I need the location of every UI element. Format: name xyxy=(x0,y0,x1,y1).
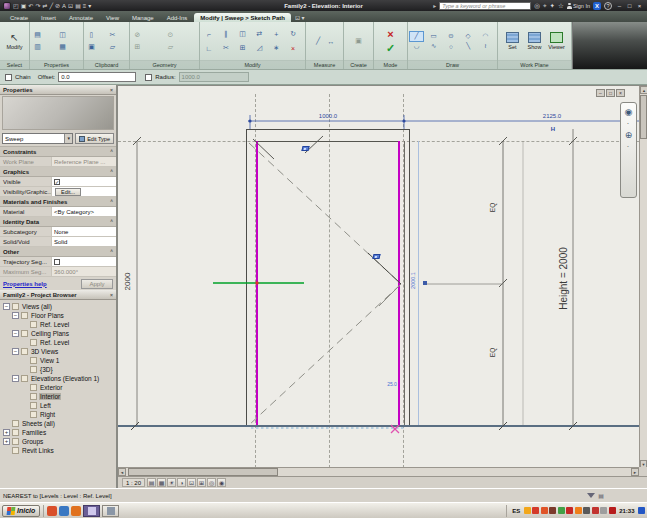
draw-circle-icon[interactable]: ⊙ xyxy=(444,32,457,41)
tree-item-interior[interactable]: Interior xyxy=(0,392,116,401)
draw-fillet-arc-icon[interactable]: ◡ xyxy=(410,42,423,51)
tree-item-families[interactable]: +Families xyxy=(0,428,116,437)
cut-icon[interactable]: ✂ xyxy=(107,30,118,41)
redo-icon[interactable]: ↷ xyxy=(35,2,40,10)
tree-item-floor-plans[interactable]: −Floor Plans xyxy=(0,311,116,320)
tab-modify-sweep-sketch-path[interactable]: Modify | Sweep > Sketch Path xyxy=(194,13,291,22)
tree-item-groups[interactable]: +Groups xyxy=(0,437,116,446)
draw-spline-icon[interactable]: ∿ xyxy=(427,42,440,51)
expand-icon[interactable]: + xyxy=(3,429,10,436)
edit-type-button[interactable]: Edit Type xyxy=(75,133,114,144)
property-value[interactable]: Edit... xyxy=(52,187,116,196)
project-browser-header[interactable]: Family2 - Project Browser × xyxy=(0,290,116,300)
height-parameter-label[interactable]: Height = 2000 xyxy=(560,239,567,319)
temporary-dimension-value[interactable]: 2000.1 xyxy=(410,267,417,295)
clock[interactable]: 21:33 xyxy=(617,508,636,514)
media-player-icon[interactable] xyxy=(71,506,81,516)
checkbox[interactable]: ✓ xyxy=(54,179,60,185)
tab-insert[interactable]: Insert xyxy=(35,13,62,22)
draw-pick-edge-icon[interactable]: ≀ xyxy=(479,42,492,51)
tree-item-ref-level[interactable]: Ref. Level xyxy=(0,338,116,347)
favorites-icon[interactable]: ✦ xyxy=(550,2,555,10)
filter-icon[interactable] xyxy=(587,493,595,498)
thin-lines-icon[interactable]: ≡ xyxy=(83,2,87,10)
minimize-button[interactable]: – xyxy=(615,2,624,10)
property-section[interactable]: Identity Data^ xyxy=(0,217,116,227)
show-desktop-icon[interactable] xyxy=(59,506,69,516)
language-indicator[interactable]: ES xyxy=(510,508,522,514)
star-icon[interactable]: ☆ xyxy=(558,2,564,10)
horizontal-scroll-thumb[interactable] xyxy=(128,468,278,476)
tree-item-right[interactable]: Right xyxy=(0,410,116,419)
tree-item-3d-views[interactable]: −3D Views xyxy=(0,347,116,356)
apply-button[interactable]: Apply xyxy=(81,279,113,289)
dimension-door-width[interactable]: 1000.0 xyxy=(306,113,350,120)
sun-path-icon[interactable]: ☀ xyxy=(167,478,176,487)
scroll-up-icon[interactable]: ▲ xyxy=(640,86,647,94)
tree-item-left[interactable]: Left xyxy=(0,401,116,410)
offset-dimension-value[interactable]: 25.0 xyxy=(382,381,402,388)
radius-checkbox[interactable] xyxy=(145,74,152,81)
horizontal-scrollbar[interactable]: ◄ ► xyxy=(118,467,639,476)
sketch-constraint-icon[interactable] xyxy=(372,254,380,259)
tray-icon[interactable] xyxy=(549,507,556,514)
save-icon[interactable]: ▣ xyxy=(21,2,27,10)
properties-help-link[interactable]: Properties help xyxy=(3,281,47,287)
vertical-scrollbar[interactable]: ▲ ▼ xyxy=(639,86,647,468)
steering-wheel-icon[interactable]: ◉ xyxy=(625,107,633,117)
draw-arc-icon[interactable]: ◠ xyxy=(479,32,492,41)
tree-item-revit-links[interactable]: Revit Links xyxy=(0,446,116,455)
tab-view[interactable]: View xyxy=(100,13,125,22)
mirror-draw-icon[interactable]: ⇄ xyxy=(253,27,267,41)
editable-only-icon[interactable]: ▤ xyxy=(598,492,604,499)
property-value[interactable]: None xyxy=(52,227,116,236)
mirror-axis-icon[interactable]: ◫ xyxy=(236,27,250,41)
communication-center-icon[interactable]: ⌖ xyxy=(543,2,547,10)
tray-icon[interactable] xyxy=(541,507,548,514)
collapse-icon[interactable]: − xyxy=(12,375,19,382)
reveal-hidden-icon[interactable]: ◉ xyxy=(217,478,226,487)
undo-icon[interactable]: ↶ xyxy=(28,2,33,10)
shadows-icon[interactable]: ◑ xyxy=(177,478,186,487)
scale-button[interactable]: 1 : 20 xyxy=(122,478,145,487)
dimension-height-left[interactable]: 2000 xyxy=(124,267,131,297)
array-icon[interactable]: ⊞ xyxy=(236,41,250,55)
crop-region-icon[interactable]: ⊞ xyxy=(197,478,206,487)
tray-icon[interactable] xyxy=(575,507,582,514)
panel-display-toggle-icon[interactable]: ⊡ ▾ xyxy=(295,14,305,22)
family-category-icon[interactable]: ▦ xyxy=(57,42,68,53)
exchange-apps-icon[interactable]: X xyxy=(593,2,601,10)
match-properties-icon[interactable]: ▱ xyxy=(107,42,118,53)
section-icon[interactable]: ▤ xyxy=(75,2,81,10)
expand-icon[interactable]: + xyxy=(3,438,10,445)
search-icon[interactable]: ◎ xyxy=(534,2,540,10)
eq-label-bottom[interactable]: EQ xyxy=(489,343,496,363)
tray-icon[interactable] xyxy=(558,507,565,514)
align-icon[interactable]: ⌐ xyxy=(202,27,216,41)
collapse-icon[interactable]: − xyxy=(3,303,10,310)
demolish-icon[interactable]: ▱ xyxy=(165,42,176,53)
close-icon[interactable]: × xyxy=(110,292,113,298)
scroll-left-icon[interactable]: ◄ xyxy=(118,468,126,476)
scale-icon[interactable]: ◿ xyxy=(253,41,267,55)
type-properties-icon[interactable]: ▥ xyxy=(32,42,43,53)
tray-icon[interactable] xyxy=(609,507,616,514)
eq-label-top[interactable]: EQ xyxy=(489,198,496,218)
tree-item-ref-level[interactable]: Ref. Level xyxy=(0,320,116,329)
tray-icon[interactable] xyxy=(583,507,590,514)
property-section[interactable]: Graphics^ xyxy=(0,167,116,177)
join-geometry-icon[interactable]: ⊙ xyxy=(165,30,176,41)
draw-ellipse-icon[interactable]: ○ xyxy=(444,42,457,51)
tray-icon[interactable] xyxy=(524,507,531,514)
property-value[interactable] xyxy=(52,257,116,266)
draw-pick-line-icon[interactable]: ╲ xyxy=(462,42,475,51)
property-section[interactable]: Materials and Finishes^ xyxy=(0,197,116,207)
vertical-scroll-thumb[interactable] xyxy=(640,95,647,139)
browser-icon[interactable] xyxy=(47,506,57,516)
view-close-button[interactable]: × xyxy=(616,89,625,97)
flip-dimension-icon[interactable]: H xyxy=(547,126,559,133)
tree-item-view-1[interactable]: View 1 xyxy=(0,356,116,365)
set-work-plane-button[interactable]: Set xyxy=(503,32,523,50)
collapse-icon[interactable]: − xyxy=(12,330,19,337)
collapse-icon[interactable]: − xyxy=(12,312,19,319)
